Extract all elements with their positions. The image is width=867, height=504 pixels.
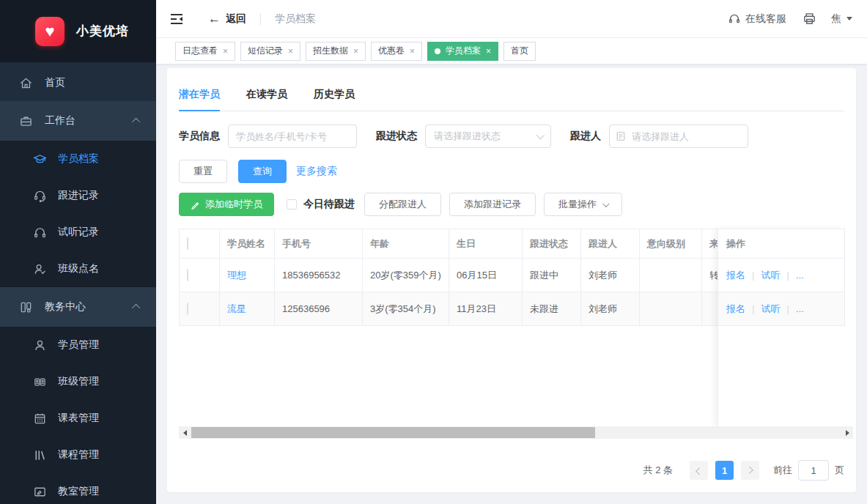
back-button[interactable]: ← 返回	[208, 12, 246, 26]
add-follow-record-button[interactable]: 添加跟进记录	[449, 193, 536, 216]
scroll-right-arrow-icon[interactable]	[841, 426, 853, 439]
content: 潜在学员 在读学员 历史学员 学员信息 跟进状态 请选择跟进状态 跟进人	[156, 64, 867, 504]
search-button[interactable]: 查询	[238, 160, 287, 183]
cell-status: 未跟进	[523, 292, 581, 326]
reset-button[interactable]: 重置	[179, 160, 227, 183]
more-actions-link[interactable]: ...	[796, 270, 804, 281]
today-follow-checkbox[interactable]	[287, 199, 297, 210]
enroll-link[interactable]: 报名	[726, 269, 745, 282]
sidebar-item-home[interactable]: 首页	[0, 64, 156, 101]
tab-sms-records[interactable]: 短信记录×	[240, 42, 300, 61]
cell-age: 20岁(零359个月)	[363, 259, 449, 292]
follower-input[interactable]	[609, 125, 748, 148]
page-unit-label: 页	[835, 464, 844, 477]
add-temp-student-button[interactable]: 添加临时学员	[179, 193, 274, 216]
row-checkbox[interactable]	[187, 269, 188, 281]
trial-link[interactable]: 试听	[761, 269, 780, 282]
sidebar-item-class-rollcall[interactable]: 班级点名	[0, 251, 156, 287]
assign-follower-button[interactable]: 分配跟进人	[364, 193, 441, 216]
scroll-left-arrow-icon[interactable]	[179, 426, 191, 439]
tab-coupons[interactable]: 优惠卷×	[371, 42, 422, 61]
person-check-icon	[33, 262, 47, 276]
sidebar-collapse-icon[interactable]	[169, 11, 185, 27]
sidebar-item-label: 教室管理	[58, 485, 99, 498]
notebook-icon	[616, 131, 626, 141]
cell-birthday: 11月23日	[449, 292, 523, 326]
student-info-input[interactable]	[228, 125, 357, 148]
student-info-label: 学员信息	[179, 130, 220, 143]
headset-mic-icon	[33, 189, 47, 203]
sidebar-item-label: 学员档案	[58, 152, 99, 166]
sidebar-item-student-management[interactable]: 学员管理	[0, 327, 156, 363]
close-icon[interactable]: ×	[288, 47, 293, 56]
sidebar-item-classroom-management[interactable]: 教室管理	[0, 473, 156, 504]
caret-down-icon	[846, 17, 852, 21]
tab-home[interactable]: 首页	[503, 42, 536, 61]
col-student-name: 学员姓名	[220, 229, 275, 259]
headphones-icon	[33, 226, 47, 240]
sidebar-group-workbench[interactable]: 工作台	[0, 101, 156, 141]
goto-page-input[interactable]	[798, 460, 829, 481]
tab-student-archive-active[interactable]: 学员档案×	[427, 42, 498, 61]
separator: |	[786, 303, 789, 314]
prev-page-button[interactable]	[690, 461, 708, 480]
follow-status-select[interactable]: 请选择跟进状态	[425, 125, 551, 148]
trial-link[interactable]: 试听	[761, 303, 780, 316]
scrollbar-track[interactable]	[191, 426, 841, 439]
tab-current-students[interactable]: 在读学员	[246, 88, 287, 111]
enroll-link[interactable]: 报名	[726, 303, 745, 316]
close-icon[interactable]: ×	[486, 47, 491, 56]
add-temp-student-label: 添加临时学员	[205, 198, 262, 211]
close-icon[interactable]: ×	[410, 47, 415, 56]
whiteboard-icon	[33, 485, 47, 499]
sidebar-item-follow-records[interactable]: 跟进记录	[0, 177, 156, 214]
cell-intent-level	[640, 259, 702, 292]
panel-tabs: 潜在学员 在读学员 历史学员	[179, 68, 844, 111]
row-checkbox[interactable]	[187, 303, 188, 315]
sidebar-item-label: 学员管理	[58, 338, 99, 352]
more-actions-link[interactable]: ...	[796, 303, 804, 314]
tab-log-view[interactable]: 日志查看×	[175, 42, 235, 61]
headset-icon	[728, 12, 741, 26]
batch-operations-button[interactable]: 批量操作	[544, 193, 622, 216]
online-service-button[interactable]: 在线客服	[728, 12, 786, 26]
next-page-button[interactable]	[741, 461, 759, 480]
sidebar-item-course-management[interactable]: 课程管理	[0, 437, 156, 473]
tab-history-students[interactable]: 历史学员	[314, 88, 355, 111]
col-intent-level: 意向级别	[640, 229, 702, 259]
topbar-right: 在线客服 焦	[728, 12, 852, 26]
sidebar-item-student-archive[interactable]: 学员档案	[0, 141, 156, 177]
pencil-icon	[191, 200, 200, 210]
filter-row: 学员信息 跟进状态 请选择跟进状态 跟进人	[179, 125, 844, 148]
breadcrumb: 学员档案	[275, 12, 316, 26]
col-birthday: 生日	[449, 229, 523, 259]
close-icon[interactable]: ×	[223, 47, 228, 56]
user-menu[interactable]: 焦	[831, 12, 852, 26]
sidebar-group-academic-center[interactable]: 教务中心	[0, 287, 156, 327]
printer-icon[interactable]	[803, 12, 816, 26]
sidebar-group-label: 教务中心	[45, 300, 86, 314]
sidebar-item-class-management[interactable]: 班级管理	[0, 363, 156, 400]
tab-potential-students[interactable]: 潜在学员	[179, 88, 220, 111]
sidebar-item-trial-records[interactable]: 试听记录	[0, 214, 156, 251]
back-arrow-icon: ←	[208, 12, 221, 26]
sidebar-item-timetable-management[interactable]: 课表管理	[0, 400, 156, 437]
select-all-checkbox[interactable]	[187, 237, 188, 250]
scrollbar-thumb[interactable]	[191, 427, 595, 438]
search-buttons-row: 重置 查询 更多搜索	[179, 160, 844, 183]
separator: |	[752, 270, 754, 281]
more-search-link[interactable]: 更多搜索	[296, 165, 337, 178]
chevron-right-icon	[746, 466, 753, 473]
cell-follower: 刘老师	[581, 292, 640, 326]
cell-follower: 刘老师	[581, 259, 640, 292]
briefcase-icon	[19, 114, 33, 128]
page-number-button[interactable]: 1	[715, 461, 734, 480]
person-icon	[33, 338, 47, 352]
horizontal-scrollbar[interactable]	[179, 426, 853, 439]
tab-label: 首页	[511, 45, 528, 57]
tab-enrollment-data[interactable]: 招生数据×	[306, 42, 366, 61]
col-phone: 手机号	[275, 229, 363, 259]
close-icon[interactable]: ×	[353, 47, 358, 56]
student-name-link[interactable]: 流星	[227, 303, 246, 314]
student-name-link[interactable]: 理想	[227, 270, 246, 281]
